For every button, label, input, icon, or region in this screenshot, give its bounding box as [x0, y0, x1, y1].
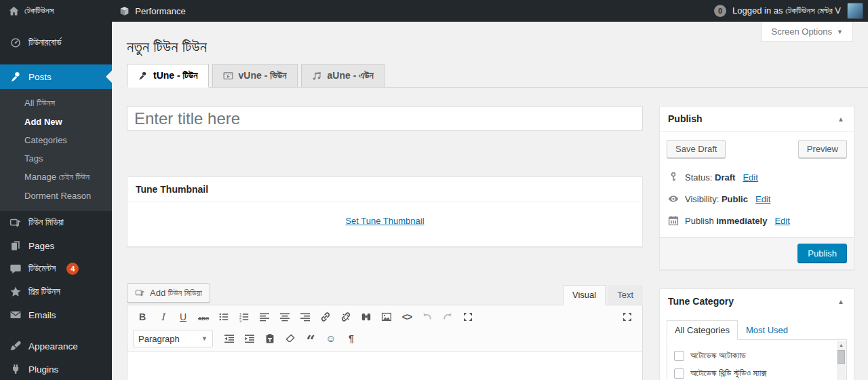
- sidebar-item-appearance[interactable]: Appearance: [0, 335, 112, 358]
- sidebar-subitem-tags[interactable]: Tags: [0, 149, 112, 168]
- undo-button[interactable]: [418, 308, 437, 326]
- italic-button[interactable]: I: [153, 308, 172, 326]
- sidebar-item-dashboard[interactable]: টিউনারবোর্ড: [0, 31, 112, 54]
- redo-button[interactable]: [438, 308, 457, 326]
- sidebar-item-label: প্রিয় টিউনস: [28, 286, 60, 297]
- sidebar-item-emails[interactable]: Emails: [0, 303, 112, 326]
- svg-text:3: 3: [239, 319, 241, 322]
- edit-schedule-link[interactable]: Edit: [774, 216, 789, 226]
- performance-icon: [119, 5, 130, 17]
- preview-button[interactable]: Preview: [798, 140, 847, 158]
- site-name: টেকটিউনস: [24, 5, 54, 16]
- sidebar-subitem-all-টিউনস[interactable]: All টিউনস: [0, 94, 112, 113]
- edit-status-link[interactable]: Edit: [743, 172, 757, 183]
- blockquote-button[interactable]: “: [301, 330, 320, 347]
- sidebar-item-প্রিয়-টিউনস[interactable]: প্রিয় টিউনস: [0, 280, 112, 303]
- tab-label: tUne - টিউন: [153, 70, 198, 81]
- category-label: অটোডেস্ক থ্রিডি স্টুডিও ম্যাক্স: [690, 368, 766, 379]
- home-icon: [8, 5, 20, 17]
- save-draft-button[interactable]: Save Draft: [667, 140, 726, 158]
- current-menu-arrow: [106, 71, 112, 83]
- publish-box: Publish ▲ Save Draft Preview Status: Dra…: [659, 106, 854, 270]
- sidebar-item-label: Posts: [28, 72, 52, 82]
- sidebar-item-টিউন-মিডিয়া[interactable]: টিউন মিডিয়া: [0, 211, 112, 234]
- sidebar-subitem-add-new[interactable]: Add New: [0, 113, 112, 131]
- sidebar-item-টিউমেন্টস[interactable]: টিউমেন্টস4: [0, 257, 112, 280]
- collapse-icon[interactable]: ▲: [836, 115, 846, 123]
- add-media-button[interactable]: Add টিউন মিডিয়া: [127, 283, 210, 303]
- post-title-input[interactable]: [127, 106, 643, 131]
- comment-count-badge[interactable]: 0: [714, 5, 726, 17]
- tab-aune[interactable]: aUne - এউন: [301, 64, 384, 88]
- tab-tune[interactable]: tUne - টিউন: [127, 64, 209, 88]
- outdent-button[interactable]: [220, 330, 239, 347]
- link-button[interactable]: [316, 308, 335, 326]
- align-right-button[interactable]: [296, 308, 315, 326]
- image-button[interactable]: [377, 308, 396, 326]
- tab-text[interactable]: Text: [608, 285, 643, 305]
- comments-count-badge: 4: [66, 263, 79, 275]
- underline-button[interactable]: U: [174, 308, 193, 326]
- strikethrough-button[interactable]: ABC: [194, 308, 213, 326]
- tab-vune[interactable]: vUne - ভিউন: [212, 64, 298, 88]
- admin-bar-site-menu[interactable]: টেকটিউনস: [0, 0, 62, 22]
- align-center-button[interactable]: [275, 308, 294, 326]
- tab-all-categories[interactable]: All Categories: [667, 320, 738, 340]
- paste-text-button[interactable]: [260, 330, 279, 347]
- collapse-icon[interactable]: ▲: [836, 298, 846, 305]
- post-editor: Add টিউন মিডিয়া Visual Text BIUABC123<>…: [127, 281, 643, 380]
- category-item: অটোডেস্ক অটোক্যাড: [674, 347, 846, 364]
- publish-button[interactable]: Publish: [797, 244, 847, 263]
- admin-bar: টেকটিউনস Performance 0 Logged in as টেকট…: [0, 0, 868, 22]
- category-scrollbar[interactable]: ▲: [837, 341, 846, 380]
- code-button[interactable]: <>: [397, 308, 416, 326]
- underline-icon: U: [180, 311, 186, 322]
- paragraph-select-value: Paragraph: [138, 334, 180, 344]
- sidebar-subitem-categories[interactable]: Categories: [0, 131, 112, 149]
- image-icon: [381, 311, 392, 322]
- menu-separator: [0, 326, 112, 335]
- find-button[interactable]: [357, 308, 376, 326]
- category-label: অটোডেস্ক অটোক্যাড: [690, 350, 746, 361]
- tab-most-used[interactable]: Most Used: [738, 321, 796, 339]
- screen-options-button[interactable]: Screen Options ▼: [761, 22, 853, 42]
- emoticon-button[interactable]: ☺: [321, 330, 340, 347]
- caret-down-icon: ▼: [201, 335, 208, 342]
- screen-options-label: Screen Options: [771, 26, 832, 37]
- bold-button[interactable]: B: [133, 308, 152, 326]
- status-row: Status: Draft Edit: [667, 166, 847, 188]
- category-checkbox[interactable]: [674, 368, 684, 379]
- tab-visual[interactable]: Visual: [563, 285, 606, 305]
- edit-visibility-link[interactable]: Edit: [755, 194, 770, 204]
- sidebar-subitem-dorment-reason[interactable]: Dorment Reason: [0, 187, 112, 205]
- audio-icon: [312, 71, 322, 81]
- italic-icon: I: [161, 311, 165, 322]
- category-checkbox[interactable]: [674, 351, 684, 361]
- admin-bar-performance-menu[interactable]: Performance: [111, 0, 193, 22]
- align-center-icon: [279, 311, 290, 322]
- pilcrow-button[interactable]: ¶: [342, 330, 361, 347]
- paragraph-select[interactable]: Paragraph ▼: [133, 330, 213, 347]
- fullscreen-button[interactable]: [458, 308, 477, 326]
- scrollbar-thumb[interactable]: [837, 350, 845, 364]
- remove-format-icon: [285, 333, 296, 344]
- logged-in-account[interactable]: Logged in as টেকটিউনস মেন্টর V: [732, 5, 841, 16]
- sidebar-item-pages[interactable]: Pages: [0, 234, 112, 257]
- pin-icon: [138, 71, 148, 81]
- indent-button[interactable]: [240, 330, 259, 347]
- sidebar-subitem-manage-চেইন-টিউন[interactable]: Manage চেইন টিউন: [0, 168, 112, 187]
- editor-content-area[interactable]: [127, 352, 643, 380]
- align-left-button[interactable]: [255, 308, 274, 326]
- remove-format-button[interactable]: [281, 330, 300, 347]
- sidebar-item-posts[interactable]: Posts: [0, 64, 112, 89]
- dfw-button[interactable]: [618, 308, 637, 326]
- scroll-up-icon[interactable]: ▲: [837, 341, 846, 349]
- unlink-button[interactable]: [336, 308, 355, 326]
- bullet-list-button[interactable]: [214, 308, 233, 326]
- set-tune-thumbnail-link[interactable]: Set Tune Thumbnail: [345, 216, 424, 226]
- add-media-label: Add টিউন মিডিয়া: [150, 288, 202, 299]
- numbered-list-button[interactable]: 123: [235, 308, 254, 326]
- editor-toolbar: BIUABC123<> Paragraph ▼ “☺¶: [127, 305, 643, 352]
- avatar[interactable]: [847, 3, 863, 19]
- sidebar-item-plugins[interactable]: Plugins: [0, 358, 112, 380]
